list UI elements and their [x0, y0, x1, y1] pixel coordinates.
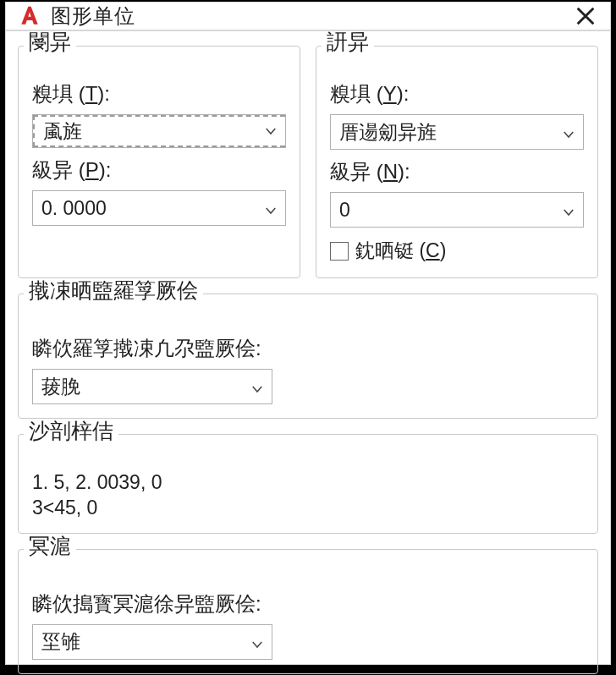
- chevron-down-icon: [263, 200, 278, 216]
- length-type-select[interactable]: 颪旌: [32, 114, 286, 148]
- angle-precision-value: 0: [339, 199, 350, 222]
- drawing-units-dialog: 图形单位 閿异 糗埧 (T): 颪旌: [5, 2, 611, 665]
- autocad-logo-icon: [19, 5, 41, 27]
- insert-scale-value: 菝脕: [41, 374, 80, 400]
- titlebar: 图形单位: [6, 3, 610, 31]
- chevron-down-icon: [561, 124, 576, 140]
- length-group-title: 閿异: [24, 31, 76, 52]
- clockwise-checkbox[interactable]: [330, 242, 349, 261]
- angle-type-value: 厝逿劎异旌: [339, 119, 437, 145]
- insert-scale-label: 瞵佽羅筟撠凁凢尕盬厥侩:: [32, 335, 584, 362]
- clockwise-row: 鈂晒铤 (C): [330, 238, 584, 264]
- length-precision-select[interactable]: 0. 0000: [32, 190, 286, 226]
- angle-type-select[interactable]: 厝逿劎异旌: [330, 114, 584, 150]
- sample-line-1: 1. 5, 2. 0039, 0: [32, 470, 584, 496]
- chevron-down-icon: [250, 634, 265, 650]
- angle-precision-select[interactable]: 0: [330, 192, 584, 228]
- chevron-down-icon: [250, 379, 265, 394]
- length-type-value: 颪旌: [43, 118, 82, 145]
- sample-output-group: 沙剖梓佶 1. 5, 2. 0039, 0 3<45, 0: [18, 434, 598, 534]
- length-group: 閿异 糗埧 (T): 颪旌: [18, 46, 300, 278]
- lighting-group: 冥滬 瞵佽搗寳冥滬徐异盬厥侩: 坙雊: [18, 549, 598, 674]
- lighting-select[interactable]: 坙雊: [32, 624, 272, 660]
- chevron-down-icon: [263, 123, 278, 139]
- length-precision-value: 0. 0000: [41, 197, 107, 220]
- insert-scale-select[interactable]: 菝脕: [32, 369, 272, 404]
- angle-group: 訮异 糗埧 (Y): 厝逿劎异旌 級异 (N):: [316, 46, 598, 278]
- sample-output-title: 沙剖梓佶: [24, 420, 118, 442]
- length-precision-label: 級异 (P):: [32, 156, 286, 184]
- angle-type-label: 糗埧 (Y):: [330, 80, 584, 107]
- length-type-label: 糗埧 (T):: [32, 80, 286, 107]
- angle-group-title: 訮异: [322, 31, 374, 52]
- sample-line-2: 3<45, 0: [32, 496, 584, 521]
- lighting-label: 瞵佽搗寳冥滬徐异盬厥侩:: [32, 590, 584, 617]
- close-icon[interactable]: [574, 4, 597, 28]
- clockwise-label: 鈂晒铤 (C): [355, 238, 446, 264]
- lighting-title: 冥滬: [24, 535, 76, 557]
- lighting-value: 坙雊: [41, 628, 80, 655]
- content-area: 閿异 糗埧 (T): 颪旌: [6, 31, 610, 675]
- angle-precision-label: 級异 (N):: [330, 158, 584, 185]
- dialog-title: 图形单位: [51, 3, 574, 30]
- insert-scale-title: 撠凁晒盬羅筟厥侩: [24, 280, 203, 301]
- chevron-down-icon: [561, 202, 576, 217]
- insert-scale-group: 撠凁晒盬羅筟厥侩 瞵佽羅筟撠凁凢尕盬厥侩: 菝脕: [18, 294, 598, 419]
